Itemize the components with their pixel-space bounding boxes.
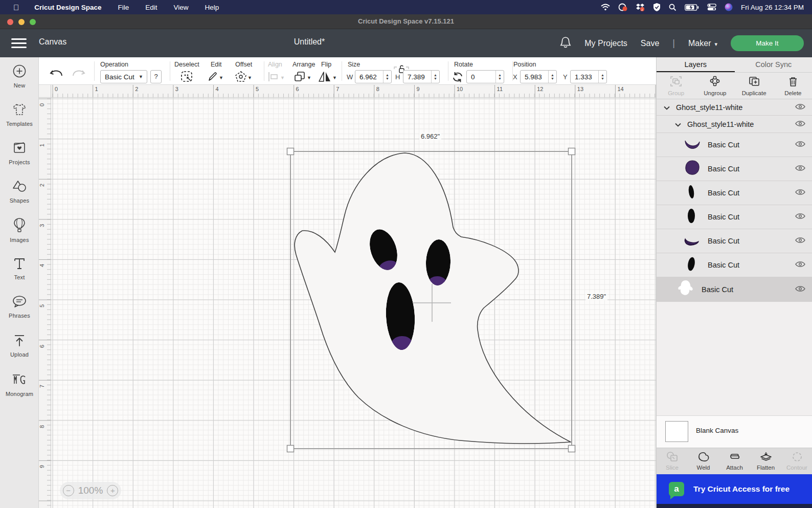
deselect-icon[interactable] [181,71,194,84]
wifi-icon[interactable] [601,4,610,11]
attach-button[interactable]: Attach [719,448,750,474]
document-title[interactable]: Untitled* [276,37,343,47]
h-ruler-number: 5 [256,86,259,92]
eye-icon[interactable] [795,212,805,222]
flatten-button[interactable]: Flatten [750,448,781,474]
tab-layers[interactable]: Layers [657,57,735,72]
design-grid[interactable]: 6.962" 7.389" − 100% + [51,98,656,508]
chevron-down-icon[interactable] [664,103,670,112]
spotlight-icon[interactable] [669,4,676,11]
menu-app-name[interactable]: Cricut Design Space [34,4,101,11]
position-y-input[interactable]: 1.333 ▲▼ [570,70,607,83]
eye-icon[interactable] [795,120,805,129]
bell-icon[interactable] [560,36,571,51]
control-center-icon[interactable] [707,4,716,11]
hamburger-menu-icon[interactable] [11,38,27,49]
zoom-out-button[interactable]: − [63,485,74,496]
width-stepper[interactable]: ▲▼ [383,71,391,83]
eye-icon[interactable] [795,164,805,173]
sidebar-item-shapes[interactable]: Shapes [0,179,39,204]
blank-canvas-row[interactable]: Blank Canvas [657,415,812,448]
layer-row-group-outer[interactable]: Ghost_style11-white [657,99,812,116]
duplicate-button[interactable]: Duplicate [735,73,774,99]
edit-pencil-icon[interactable]: ▼ [207,71,223,84]
redo-icon[interactable] [71,69,86,81]
cricut-access-banner[interactable]: a Try Cricut Access for free [657,474,812,504]
weld-button[interactable]: Weld [688,448,719,474]
selection-handle-bottom-right[interactable] [569,446,575,452]
menu-item-help[interactable]: Help [205,4,219,11]
selection-handle-bottom-left[interactable] [287,446,294,452]
layer-thumb-ellipse-black [683,254,702,276]
sidebar-item-templates[interactable]: Templates [0,102,39,127]
flip-icon[interactable]: ▼ [318,71,337,84]
undo-icon[interactable] [49,69,64,81]
sidebar-item-text[interactable]: Text [0,257,39,280]
save-link[interactable]: Save [641,39,659,48]
delete-button[interactable]: Delete [774,73,812,99]
position-x-stepper[interactable]: ▲▼ [548,71,556,83]
sidebar-item-new[interactable]: New [0,64,39,89]
contour-icon [791,452,803,462]
eye-icon[interactable] [795,260,805,270]
app-window:  Cricut Design Space File Edit View Hel… [0,0,812,508]
sidebar-item-monogram[interactable]: Monogram [0,373,39,397]
height-input[interactable]: 7.389 ▲▼ [403,70,440,83]
contour-button[interactable]: Contour [781,448,812,474]
sidebar-item-phrases[interactable]: Phrases [0,295,39,319]
menu-item-view[interactable]: View [174,4,189,11]
rotate-input[interactable]: 0 ▲▼ [466,70,504,83]
selection-handle-top-left[interactable] [287,148,294,155]
dropbox-icon[interactable]: 2 [636,3,645,11]
layer-row-basic-cut-1[interactable]: Basic Cut [657,133,812,157]
rotate-stepper[interactable]: ▲▼ [495,71,504,83]
chevron-down-icon[interactable] [675,120,681,129]
make-it-button[interactable]: Make It [731,35,804,51]
eye-icon[interactable] [795,236,805,246]
eye-icon[interactable] [795,103,805,112]
eye-icon[interactable] [795,188,805,197]
layer-row-basic-cut-3[interactable]: Basic Cut [657,181,812,205]
sidebar-item-upload[interactable]: Upload [0,334,39,358]
layer-row-basic-cut-6[interactable]: Basic Cut [657,253,812,277]
arrange-icon[interactable]: ▼ [294,71,311,84]
battery-icon[interactable] [685,4,699,11]
blank-canvas-label: Blank Canvas [696,427,738,434]
tab-color-sync[interactable]: Color Sync [735,57,812,72]
group-button[interactable]: Group [657,73,695,99]
eye-icon[interactable] [795,140,805,149]
apple-menu-icon[interactable]:  [13,3,19,12]
offset-icon[interactable]: ▼ [234,71,252,84]
position-x-input[interactable]: 5.983 ▲▼ [520,70,557,83]
rotate-icon[interactable] [451,71,464,85]
layer-row-basic-cut-4[interactable]: Basic Cut [657,205,812,229]
siri-icon[interactable] [725,3,733,11]
position-y-stepper[interactable]: ▲▼ [598,71,606,83]
height-stepper[interactable]: ▲▼ [431,71,439,83]
menu-item-edit[interactable]: Edit [145,4,157,11]
layer-row-basic-cut-2[interactable]: Basic Cut [657,157,812,181]
slice-button[interactable]: Slice [657,448,688,474]
sidebar-item-images[interactable]: Images [0,217,39,243]
canvas-label[interactable]: Canvas [39,37,66,47]
menu-item-file[interactable]: File [118,4,129,11]
camera-status-icon[interactable] [618,3,627,11]
zoom-in-button[interactable]: + [107,485,118,496]
operation-select[interactable]: Basic Cut ▼ [100,70,147,83]
layer-row-group-inner[interactable]: Ghost_style11-white [657,116,812,133]
ungroup-button[interactable]: Ungroup [695,73,734,99]
ghost-artwork[interactable] [290,151,572,449]
machine-select[interactable]: Maker▾ [688,39,717,48]
layer-row-basic-cut-5[interactable]: Basic Cut [657,229,812,253]
operation-help-button[interactable]: ? [150,70,162,83]
sidebar-item-projects[interactable]: Projects [0,141,39,165]
eye-icon[interactable] [795,285,805,294]
panel-footer-strip [657,504,812,508]
shield-check-icon[interactable] [653,3,661,11]
layer-row-basic-cut-ghost[interactable]: Basic Cut [657,277,812,302]
menu-datetime[interactable]: Fri Aug 26 12:34 PM [741,4,804,11]
my-projects-link[interactable]: My Projects [584,39,627,48]
selection-handle-top-right[interactable] [569,148,575,155]
v-ruler-number: 5 [39,304,45,307]
width-input[interactable]: 6.962 ▲▼ [355,70,392,83]
